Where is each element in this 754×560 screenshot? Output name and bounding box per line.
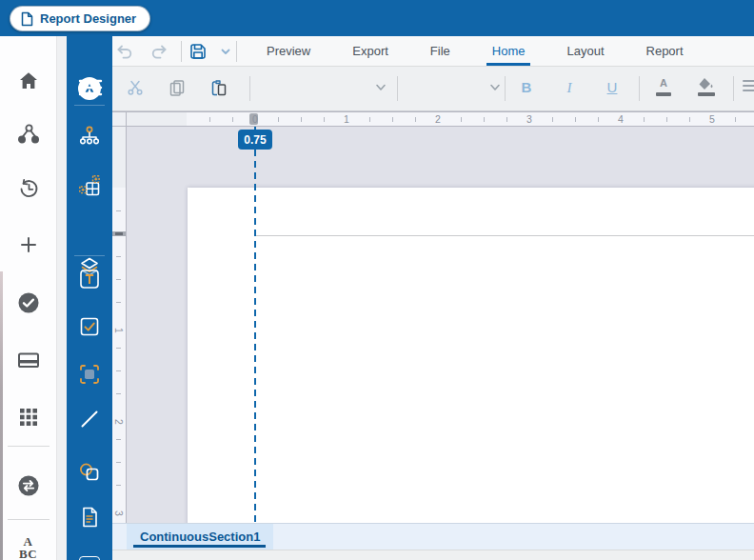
margin-value-badge: 0.75 xyxy=(238,130,272,150)
ruler-tick xyxy=(369,117,370,122)
ruler-corner xyxy=(112,112,127,126)
report-designer-pill[interactable]: Report Designer xyxy=(10,6,150,31)
abc-line2: BC xyxy=(0,548,56,560)
redo-icon[interactable] xyxy=(150,42,169,61)
section-boundary-line xyxy=(255,235,754,236)
design-canvas[interactable]: 0.75 xyxy=(127,127,754,523)
vertical-ruler-page-region xyxy=(112,188,126,523)
check-circle-icon[interactable] xyxy=(17,291,40,314)
ruler-tick xyxy=(116,348,121,349)
report-page[interactable] xyxy=(188,188,754,523)
ribbon-format-row: B I U A xyxy=(112,67,754,111)
line-icon[interactable] xyxy=(78,408,101,430)
undo-icon[interactable] xyxy=(114,42,133,61)
ruler-label: 4 xyxy=(618,113,624,126)
table-add-icon[interactable] xyxy=(78,174,101,197)
ruler-tick xyxy=(301,117,302,122)
tab-export[interactable]: Export xyxy=(331,36,409,66)
save-icon[interactable] xyxy=(188,42,208,61)
report-designer-app: Preview Export File Home Layout Report xyxy=(0,0,754,560)
ruler-label: 3 xyxy=(526,113,532,126)
ruler-tick xyxy=(116,439,121,440)
rail-divider xyxy=(8,446,50,447)
ruler-tick xyxy=(116,256,121,257)
ruler-tick xyxy=(209,117,210,122)
paste-icon[interactable] xyxy=(210,79,228,96)
section-tab-bar: ContinuousSection1 xyxy=(112,523,754,550)
ruler-tick xyxy=(415,117,416,122)
rail-divider xyxy=(8,519,50,520)
vertical-margin-handle[interactable] xyxy=(112,231,126,236)
ruler-tick xyxy=(116,210,121,211)
ruler-tick xyxy=(116,393,121,394)
ruler-tick xyxy=(324,117,325,122)
toolbar-separator xyxy=(639,76,640,101)
toolbar-separator xyxy=(733,76,734,101)
textbox-icon[interactable] xyxy=(78,268,101,290)
ruler-tick xyxy=(116,485,121,486)
tab-preview[interactable]: Preview xyxy=(246,36,331,66)
bold-button[interactable]: B xyxy=(517,77,536,98)
tab-layout[interactable]: Layout xyxy=(546,36,625,66)
cut-icon[interactable] xyxy=(127,79,144,96)
checkbox-icon[interactable] xyxy=(78,315,101,338)
home-icon[interactable] xyxy=(17,70,40,92)
font-color-button[interactable]: A xyxy=(654,77,673,98)
ruler-label: 2 xyxy=(113,415,125,429)
document-icon[interactable] xyxy=(78,506,101,529)
ruler-label: 3 xyxy=(113,507,125,520)
chevron-down-icon xyxy=(489,83,501,92)
font-size-select[interactable] xyxy=(403,72,503,103)
horizontal-ruler: 012345 xyxy=(112,111,754,127)
grid-icon[interactable] xyxy=(17,405,40,428)
underline-button[interactable]: U xyxy=(603,77,622,98)
save-options-chevron-icon[interactable] xyxy=(219,42,232,61)
vertical-ruler: 123 xyxy=(112,127,127,523)
ribbon-top-row: Preview Export File Home Layout Report xyxy=(112,36,754,67)
section-tab-continuoussection1[interactable]: ContinuousSection1 xyxy=(127,524,273,550)
tab-report[interactable]: Report xyxy=(625,36,704,66)
copy-icon[interactable] xyxy=(169,79,186,96)
toolbar-separator xyxy=(181,41,182,62)
ribbon-tab-strip: Preview Export File Home Layout Report xyxy=(246,36,704,66)
history-icon[interactable] xyxy=(17,177,40,200)
share-icon[interactable] xyxy=(17,123,40,146)
ruler-tick xyxy=(232,117,233,122)
swap-icon[interactable] xyxy=(17,474,40,497)
menu-icon[interactable] xyxy=(78,77,101,100)
top-bar: Report Designer xyxy=(0,0,754,36)
ruler-tick xyxy=(506,117,507,122)
ruler-tick xyxy=(689,117,690,122)
ruler-tick xyxy=(644,117,645,122)
tab-file[interactable]: File xyxy=(409,36,471,66)
ruler-label: 0 xyxy=(252,113,258,126)
add-icon[interactable] xyxy=(17,233,40,256)
align-icon[interactable] xyxy=(743,80,754,95)
toolbar-separator xyxy=(397,76,398,101)
org-chart-icon[interactable] xyxy=(78,125,101,148)
font-family-select[interactable] xyxy=(255,72,388,103)
chevron-down-icon xyxy=(375,83,387,92)
ruler-tick xyxy=(116,462,121,463)
credit-card-icon[interactable] xyxy=(17,349,40,371)
designer-rail xyxy=(67,36,112,560)
ruler-label: 2 xyxy=(435,113,441,126)
ruler-tick xyxy=(666,117,667,122)
ruler-tick xyxy=(484,117,485,122)
select-icon[interactable] xyxy=(78,363,101,386)
ruler-label: 5 xyxy=(709,113,715,126)
ruler-tick xyxy=(116,302,121,303)
ruler-label: 1 xyxy=(113,324,125,337)
font-color-bar xyxy=(656,92,671,96)
shape-icon[interactable] xyxy=(78,460,101,483)
partial-icon[interactable] xyxy=(79,556,100,560)
app-rail: A BC xyxy=(0,36,57,560)
font-color-letter: A xyxy=(654,77,673,90)
margin-guide-dashed-line xyxy=(254,127,256,523)
italic-button[interactable]: I xyxy=(560,77,579,98)
fill-color-button[interactable] xyxy=(696,77,717,98)
tab-home[interactable]: Home xyxy=(471,36,546,66)
abc-icon[interactable]: A BC xyxy=(0,535,56,560)
ruler-tick xyxy=(461,117,462,122)
ruler-tick xyxy=(116,370,121,371)
